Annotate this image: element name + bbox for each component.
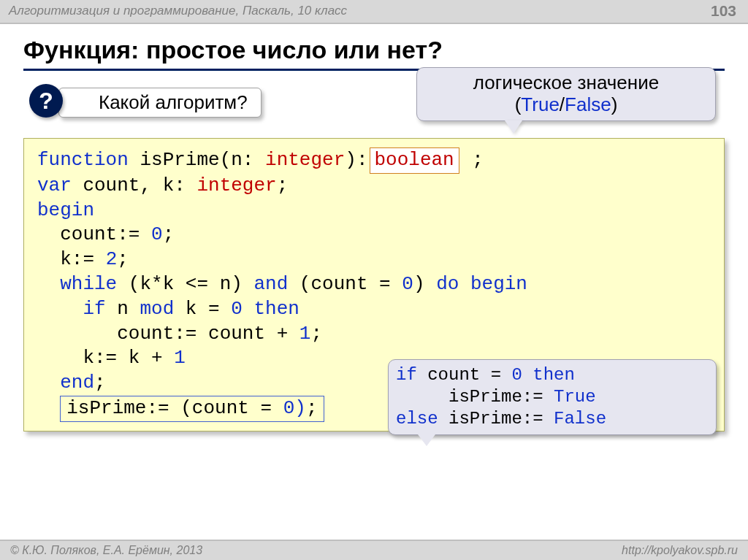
txt: k:=: [37, 248, 106, 270]
txt: ;: [163, 223, 175, 245]
txt: isPrime:= (count =: [66, 397, 283, 419]
code-block: function isPrime(n: integer):boolean ; v…: [23, 138, 725, 431]
num: 0: [511, 365, 522, 385]
txt: [522, 365, 533, 385]
txt: ;: [117, 248, 129, 270]
txt: isPrime(n:: [129, 149, 265, 171]
kw: while: [37, 273, 117, 295]
txt: ): [294, 397, 306, 419]
txt: count:= count +: [37, 323, 299, 345]
question-mark: ?: [39, 88, 53, 115]
slash: /: [560, 93, 565, 115]
txt: ):: [345, 149, 367, 171]
txt: ;: [277, 174, 289, 196]
txt: (k*k <= n): [117, 273, 253, 295]
num: 1: [299, 323, 311, 345]
page-title: Функция: простое число или нет?: [23, 36, 748, 64]
footer-url: http://kpolyakov.spb.ru: [622, 544, 738, 557]
type: integer: [196, 174, 276, 196]
kw: then: [253, 298, 299, 320]
page-number: 103: [711, 2, 736, 20]
header-bar: Алгоритмизация и программирование, Паска…: [0, 0, 748, 24]
txt: n: [106, 298, 140, 320]
true-text: True: [521, 93, 560, 115]
num: 0: [283, 397, 295, 419]
kw: function: [37, 149, 129, 171]
txt: ;: [310, 323, 322, 345]
kw: do begin: [436, 273, 527, 295]
num: 0: [231, 298, 243, 320]
txt: k:= k +: [37, 347, 174, 369]
txt: isPrime:=: [438, 409, 554, 429]
txt: [243, 298, 254, 320]
callout-line1: логическое значение: [473, 72, 659, 93]
txt: ;: [461, 149, 484, 171]
footer: © К.Ю. Поляков, Е.А. Ерёмин, 2013 http:/…: [0, 540, 748, 560]
num: 1: [174, 347, 186, 369]
txt: ;: [306, 397, 318, 419]
txt: (count =: [288, 273, 402, 295]
txt: ): [413, 273, 436, 295]
question-box: Какой алгоритм?: [58, 88, 262, 118]
copyright: © К.Ю. Поляков, Е.А. Ерёмин, 2013: [10, 544, 202, 557]
kw: True: [554, 387, 596, 407]
txt: ;: [94, 372, 106, 394]
kw: else: [396, 409, 438, 429]
result-box: isPrime:= (count = 0);if count = 0 then …: [60, 396, 324, 422]
breadcrumb: Алгоритмизация и программирование, Паска…: [9, 4, 347, 18]
num: 2: [106, 248, 118, 270]
kw: and: [253, 273, 288, 295]
num: 0: [151, 223, 163, 245]
txt: count =: [417, 365, 512, 385]
boolean-box: boolean: [370, 147, 459, 174]
callout-boolean: логическое значение (True/False): [416, 67, 716, 121]
false-text: False: [565, 93, 611, 115]
kw: if: [37, 298, 106, 320]
kw: if: [396, 365, 417, 385]
callout-alternative: if count = 0 then isPrime:= True else is…: [388, 359, 717, 435]
question-icon: ?: [29, 84, 63, 118]
kw: False: [554, 409, 606, 429]
kw: mod: [140, 298, 174, 320]
txt: isPrime:=: [396, 387, 554, 407]
txt: count:=: [37, 223, 151, 245]
kw: end: [37, 372, 94, 394]
kw: then: [533, 365, 575, 385]
paren-close: ): [611, 93, 618, 115]
txt: count, k:: [72, 174, 197, 196]
num: 0: [402, 273, 413, 295]
txt: k =: [174, 298, 231, 320]
kw: begin: [37, 199, 94, 221]
kw: var: [37, 174, 72, 196]
type: integer: [265, 149, 345, 171]
